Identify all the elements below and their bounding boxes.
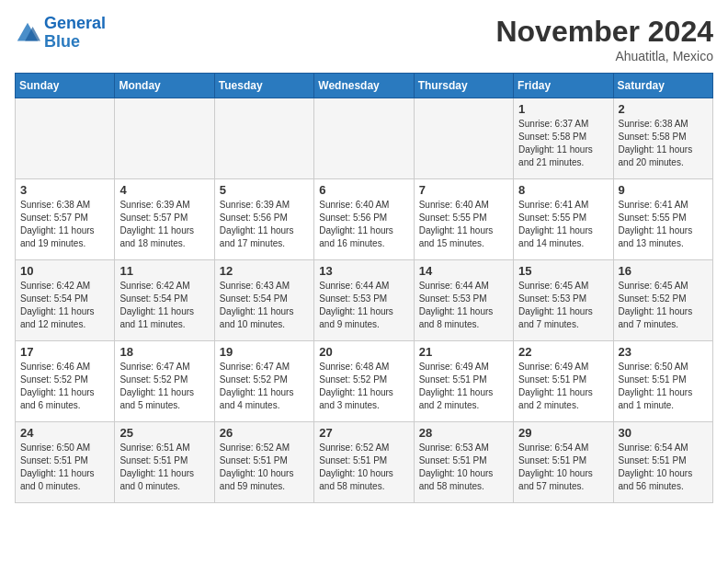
- day-number: 18: [119, 345, 209, 359]
- day-number: 14: [419, 264, 508, 278]
- week-row-1: 1Sunrise: 6:37 AM Sunset: 5:58 PM Daylig…: [16, 98, 713, 179]
- week-row-4: 17Sunrise: 6:46 AM Sunset: 5:52 PM Dayli…: [16, 341, 713, 422]
- day-info: Sunrise: 6:37 AM Sunset: 5:58 PM Dayligh…: [518, 118, 608, 169]
- day-cell: [16, 98, 115, 179]
- day-number: 5: [220, 183, 309, 197]
- day-number: 30: [619, 426, 708, 440]
- day-info: Sunrise: 6:48 AM Sunset: 5:52 PM Dayligh…: [319, 361, 408, 412]
- day-number: 25: [119, 426, 209, 440]
- day-cell: 6Sunrise: 6:40 AM Sunset: 5:56 PM Daylig…: [314, 179, 414, 260]
- day-info: Sunrise: 6:44 AM Sunset: 5:53 PM Dayligh…: [419, 280, 508, 331]
- logo: General Blue: [15, 15, 106, 52]
- day-number: 8: [518, 183, 608, 197]
- day-info: Sunrise: 6:39 AM Sunset: 5:57 PM Dayligh…: [119, 199, 209, 250]
- day-cell: 26Sunrise: 6:52 AM Sunset: 5:51 PM Dayli…: [214, 422, 313, 503]
- day-cell: 27Sunrise: 6:52 AM Sunset: 5:51 PM Dayli…: [314, 422, 414, 503]
- day-cell: 18Sunrise: 6:47 AM Sunset: 5:52 PM Dayli…: [115, 341, 214, 422]
- day-cell: 14Sunrise: 6:44 AM Sunset: 5:53 PM Dayli…: [414, 260, 513, 341]
- day-number: 11: [119, 264, 209, 278]
- col-wednesday: Wednesday: [314, 74, 414, 98]
- month-title: November 2024: [495, 15, 713, 49]
- location: Ahuatitla, Mexico: [495, 49, 713, 63]
- day-number: 4: [119, 183, 209, 197]
- day-number: 28: [419, 426, 508, 440]
- day-cell: 30Sunrise: 6:54 AM Sunset: 5:51 PM Dayli…: [613, 422, 712, 503]
- day-info: Sunrise: 6:45 AM Sunset: 5:53 PM Dayligh…: [518, 280, 608, 331]
- day-info: Sunrise: 6:47 AM Sunset: 5:52 PM Dayligh…: [119, 361, 209, 412]
- col-monday: Monday: [115, 74, 214, 98]
- day-cell: 21Sunrise: 6:49 AM Sunset: 5:51 PM Dayli…: [414, 341, 513, 422]
- day-cell: 29Sunrise: 6:54 AM Sunset: 5:51 PM Dayli…: [514, 422, 613, 503]
- day-cell: [414, 98, 513, 179]
- day-cell: 15Sunrise: 6:45 AM Sunset: 5:53 PM Dayli…: [514, 260, 613, 341]
- day-number: 29: [518, 426, 608, 440]
- day-cell: 25Sunrise: 6:51 AM Sunset: 5:51 PM Dayli…: [115, 422, 214, 503]
- day-cell: 3Sunrise: 6:38 AM Sunset: 5:57 PM Daylig…: [16, 179, 115, 260]
- col-tuesday: Tuesday: [214, 74, 313, 98]
- day-number: 16: [619, 264, 708, 278]
- day-number: 24: [20, 426, 109, 440]
- logo-text: General Blue: [44, 15, 106, 52]
- day-cell: 2Sunrise: 6:38 AM Sunset: 5:58 PM Daylig…: [613, 98, 712, 179]
- week-row-2: 3Sunrise: 6:38 AM Sunset: 5:57 PM Daylig…: [16, 179, 713, 260]
- day-number: 15: [518, 264, 608, 278]
- day-info: Sunrise: 6:45 AM Sunset: 5:52 PM Dayligh…: [619, 280, 708, 331]
- day-info: Sunrise: 6:50 AM Sunset: 5:51 PM Dayligh…: [619, 361, 708, 412]
- day-number: 13: [319, 264, 408, 278]
- day-cell: 13Sunrise: 6:44 AM Sunset: 5:53 PM Dayli…: [314, 260, 414, 341]
- day-info: Sunrise: 6:38 AM Sunset: 5:57 PM Dayligh…: [20, 199, 109, 250]
- col-thursday: Thursday: [414, 74, 513, 98]
- day-cell: 23Sunrise: 6:50 AM Sunset: 5:51 PM Dayli…: [613, 341, 712, 422]
- day-info: Sunrise: 6:53 AM Sunset: 5:51 PM Dayligh…: [419, 442, 508, 493]
- day-number: 12: [220, 264, 309, 278]
- day-number: 6: [319, 183, 408, 197]
- day-number: 23: [619, 345, 708, 359]
- day-cell: [115, 98, 214, 179]
- day-info: Sunrise: 6:51 AM Sunset: 5:51 PM Dayligh…: [119, 442, 209, 493]
- day-cell: 20Sunrise: 6:48 AM Sunset: 5:52 PM Dayli…: [314, 341, 414, 422]
- day-info: Sunrise: 6:40 AM Sunset: 5:55 PM Dayligh…: [419, 199, 508, 250]
- logo-icon: [15, 20, 40, 46]
- day-cell: 9Sunrise: 6:41 AM Sunset: 5:55 PM Daylig…: [613, 179, 712, 260]
- day-cell: 1Sunrise: 6:37 AM Sunset: 5:58 PM Daylig…: [514, 98, 613, 179]
- day-number: 10: [20, 264, 109, 278]
- day-info: Sunrise: 6:43 AM Sunset: 5:54 PM Dayligh…: [220, 280, 309, 331]
- page-header: General Blue November 2024 Ahuatitla, Me…: [15, 15, 713, 63]
- col-saturday: Saturday: [613, 74, 712, 98]
- day-cell: 12Sunrise: 6:43 AM Sunset: 5:54 PM Dayli…: [214, 260, 313, 341]
- day-number: 19: [220, 345, 309, 359]
- day-number: 22: [518, 345, 608, 359]
- day-number: 20: [319, 345, 408, 359]
- day-cell: 22Sunrise: 6:49 AM Sunset: 5:51 PM Dayli…: [514, 341, 613, 422]
- calendar-header: Sunday Monday Tuesday Wednesday Thursday…: [16, 74, 713, 98]
- day-info: Sunrise: 6:54 AM Sunset: 5:51 PM Dayligh…: [518, 442, 608, 493]
- week-row-3: 10Sunrise: 6:42 AM Sunset: 5:54 PM Dayli…: [16, 260, 713, 341]
- logo-line1: General: [44, 14, 106, 32]
- day-info: Sunrise: 6:42 AM Sunset: 5:54 PM Dayligh…: [119, 280, 209, 331]
- day-number: 9: [619, 183, 708, 197]
- day-info: Sunrise: 6:47 AM Sunset: 5:52 PM Dayligh…: [220, 361, 309, 412]
- day-info: Sunrise: 6:40 AM Sunset: 5:56 PM Dayligh…: [319, 199, 408, 250]
- day-cell: [314, 98, 414, 179]
- col-friday: Friday: [514, 74, 613, 98]
- day-info: Sunrise: 6:41 AM Sunset: 5:55 PM Dayligh…: [518, 199, 608, 250]
- day-number: 26: [220, 426, 309, 440]
- day-cell: 8Sunrise: 6:41 AM Sunset: 5:55 PM Daylig…: [514, 179, 613, 260]
- title-block: November 2024 Ahuatitla, Mexico: [495, 15, 713, 63]
- day-cell: 16Sunrise: 6:45 AM Sunset: 5:52 PM Dayli…: [613, 260, 712, 341]
- day-info: Sunrise: 6:42 AM Sunset: 5:54 PM Dayligh…: [20, 280, 109, 331]
- day-number: 2: [619, 102, 708, 116]
- day-cell: 10Sunrise: 6:42 AM Sunset: 5:54 PM Dayli…: [16, 260, 115, 341]
- day-cell: 19Sunrise: 6:47 AM Sunset: 5:52 PM Dayli…: [214, 341, 313, 422]
- day-cell: 17Sunrise: 6:46 AM Sunset: 5:52 PM Dayli…: [16, 341, 115, 422]
- day-info: Sunrise: 6:44 AM Sunset: 5:53 PM Dayligh…: [319, 280, 408, 331]
- day-cell: 4Sunrise: 6:39 AM Sunset: 5:57 PM Daylig…: [115, 179, 214, 260]
- day-info: Sunrise: 6:38 AM Sunset: 5:58 PM Dayligh…: [619, 118, 708, 169]
- day-cell: 28Sunrise: 6:53 AM Sunset: 5:51 PM Dayli…: [414, 422, 513, 503]
- day-cell: 7Sunrise: 6:40 AM Sunset: 5:55 PM Daylig…: [414, 179, 513, 260]
- day-cell: 24Sunrise: 6:50 AM Sunset: 5:51 PM Dayli…: [16, 422, 115, 503]
- day-info: Sunrise: 6:41 AM Sunset: 5:55 PM Dayligh…: [619, 199, 708, 250]
- day-number: 3: [20, 183, 109, 197]
- day-info: Sunrise: 6:50 AM Sunset: 5:51 PM Dayligh…: [20, 442, 109, 493]
- calendar-table: Sunday Monday Tuesday Wednesday Thursday…: [15, 73, 713, 503]
